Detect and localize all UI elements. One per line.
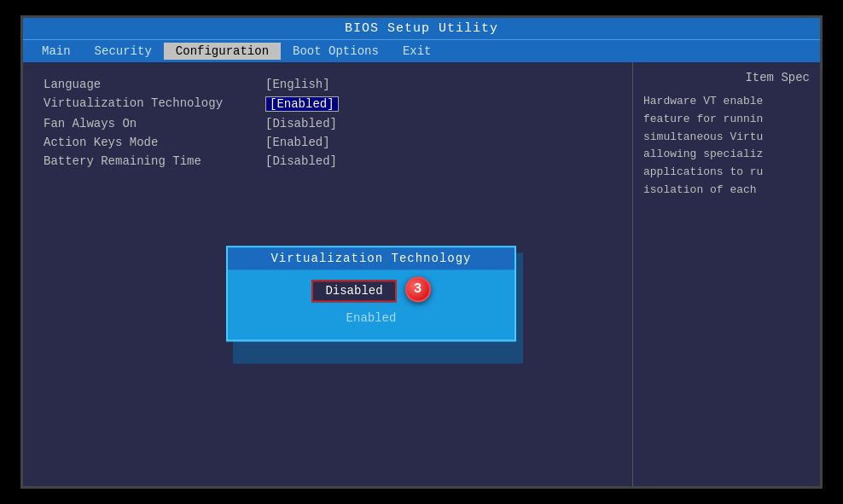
popup-option-disabled[interactable]: Disabled <box>311 280 396 302</box>
item-spec-text: Hardware VT enable feature for runnin si… <box>643 93 810 200</box>
left-panel: Language [English] Virtualization Techno… <box>23 62 632 486</box>
config-label-fan: Fan Always On <box>44 117 265 130</box>
popup-option-enabled[interactable]: Enabled <box>333 309 410 327</box>
config-label-action: Action Keys Mode <box>44 136 265 149</box>
config-value-action: [Enabled] <box>265 136 330 149</box>
menu-bar: Main Security Configuration Boot Options… <box>23 39 820 62</box>
popup-overlay: Virtualization Technology Disabled 3 Ena… <box>226 246 516 341</box>
config-row-vt: Virtualization Technology [Enabled] <box>44 96 612 112</box>
title-bar: BIOS Setup Utility <box>23 18 820 39</box>
config-row-action: Action Keys Mode [Enabled] <box>44 136 612 149</box>
menu-item-main[interactable]: Main <box>30 43 83 60</box>
config-row-battery: Battery Remaining Time [Disabled] <box>44 154 612 168</box>
bios-title: BIOS Setup Utility <box>345 21 498 36</box>
popup-option-disabled-row: Disabled 3 <box>311 278 430 304</box>
menu-item-security[interactable]: Security <box>83 43 164 60</box>
right-panel: Item Spec Hardware VT enable feature for… <box>632 62 820 486</box>
menu-item-configuration[interactable]: Configuration <box>164 43 281 60</box>
config-value-battery: [Disabled] <box>265 154 337 168</box>
badge-3: 3 <box>405 276 431 302</box>
config-label-battery: Battery Remaining Time <box>44 154 265 168</box>
config-value-fan: [Disabled] <box>265 117 337 130</box>
item-spec-title: Item Spec <box>643 71 810 84</box>
config-value-language: [English] <box>265 78 330 91</box>
popup-box: Virtualization Technology Disabled 3 Ena… <box>226 246 516 341</box>
popup-title: Virtualization Technology <box>228 247 515 269</box>
menu-item-exit[interactable]: Exit <box>391 43 444 60</box>
config-row-fan: Fan Always On [Disabled] <box>44 117 612 130</box>
menu-item-boot-options[interactable]: Boot Options <box>281 43 391 60</box>
config-value-vt[interactable]: [Enabled] <box>265 96 339 112</box>
config-label-vt: Virtualization Technology <box>44 96 265 112</box>
bios-screen: BIOS Setup Utility Main Security Configu… <box>20 15 823 489</box>
main-content: Language [English] Virtualization Techno… <box>23 62 820 486</box>
config-label-language: Language <box>44 78 265 91</box>
popup-options: Disabled 3 Enabled <box>228 269 515 339</box>
config-row-language: Language [English] <box>44 78 612 91</box>
